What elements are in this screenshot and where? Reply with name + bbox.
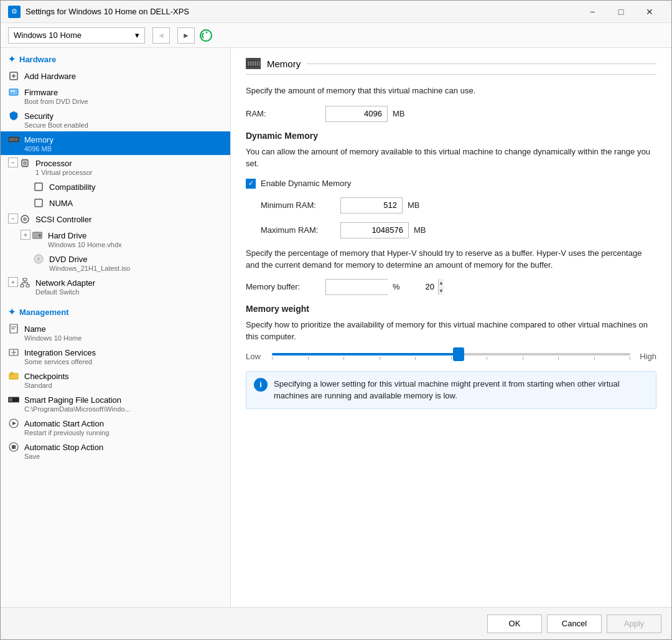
buffer-input[interactable] bbox=[326, 280, 438, 294]
close-button[interactable]: ✕ bbox=[635, 1, 664, 23]
min-ram-label: Minimum RAM: bbox=[261, 200, 335, 210]
hard-drive-expand-btn[interactable]: + bbox=[21, 230, 30, 240]
svg-rect-13 bbox=[16, 138, 17, 141]
window-controls: − □ ✕ bbox=[578, 1, 664, 23]
svg-rect-49 bbox=[11, 398, 12, 401]
cancel-button[interactable]: Cancel bbox=[547, 614, 602, 633]
slider-thumb[interactable] bbox=[453, 347, 464, 361]
svg-point-28 bbox=[39, 234, 41, 237]
buffer-description: Specify the percentage of memory that Hy… bbox=[246, 247, 656, 271]
svg-rect-57 bbox=[250, 61, 251, 66]
svg-rect-48 bbox=[9, 398, 11, 401]
weight-description: Specify how to prioritize the availabili… bbox=[246, 319, 656, 343]
management-section-header: ✦ Management bbox=[1, 303, 230, 321]
title-bar: ⚙ Settings for Windows 10 Home on DELL-X… bbox=[1, 1, 671, 23]
checkpoints-icon bbox=[8, 370, 19, 382]
auto-start-icon bbox=[8, 418, 19, 429]
weight-title: Memory weight bbox=[246, 304, 656, 314]
max-ram-field-row: Maximum RAM: MB bbox=[246, 222, 656, 238]
scsi-expand-btn[interactable]: − bbox=[8, 214, 18, 224]
sidebar-item-scsi[interactable]: − SCSI Controller bbox=[1, 211, 230, 227]
network-icon bbox=[19, 277, 30, 288]
compatibility-icon bbox=[33, 181, 44, 192]
svg-rect-33 bbox=[26, 285, 29, 287]
smart-paging-icon bbox=[8, 394, 19, 405]
sidebar-item-smart-paging[interactable]: Smart Paging File Location C:\ProgramDat… bbox=[1, 392, 230, 415]
svg-rect-10 bbox=[11, 138, 12, 141]
add-hardware-icon bbox=[8, 70, 19, 82]
main-window: ⚙ Settings for Windows 10 Home on DELL-X… bbox=[0, 0, 672, 640]
slider-low-label: Low bbox=[246, 352, 264, 361]
panel-description: Specify the amount of memory that this v… bbox=[246, 85, 656, 97]
svg-point-30 bbox=[37, 258, 40, 260]
forward-button[interactable]: ► bbox=[177, 27, 195, 44]
back-button[interactable]: ◄ bbox=[152, 27, 170, 44]
hardware-section-header: ✦ Hardware bbox=[1, 50, 230, 68]
sidebar-item-add-hardware[interactable]: Add Hardware bbox=[1, 68, 230, 84]
sidebar-item-processor[interactable]: − Processor 1 Virtual processor bbox=[1, 155, 230, 179]
refresh-button[interactable] bbox=[197, 27, 215, 44]
buffer-decrement-btn[interactable]: ▼ bbox=[439, 287, 444, 295]
sidebar-item-hard-drive[interactable]: + Hard Drive Windows 10 Home.vhdx bbox=[1, 227, 230, 251]
enable-dynamic-memory-row: ✓ Enable Dynamic Memory bbox=[246, 179, 656, 189]
window-title: Settings for Windows 10 Home on DELL-XPS bbox=[26, 7, 578, 16]
sidebar-item-security[interactable]: Security Secure Boot enabled bbox=[1, 108, 230, 131]
processor-expand-btn[interactable]: − bbox=[8, 158, 18, 167]
buffer-increment-btn[interactable]: ▲ bbox=[439, 279, 444, 287]
ok-button[interactable]: OK bbox=[487, 614, 542, 633]
svg-rect-58 bbox=[251, 61, 253, 66]
min-ram-input[interactable] bbox=[340, 197, 403, 214]
network-expand-btn[interactable]: + bbox=[8, 277, 18, 287]
vm-dropdown[interactable]: Windows 10 Home ▾ bbox=[8, 27, 145, 44]
sidebar-item-dvd[interactable]: DVD Drive Windows_21H1_Latest.iso bbox=[1, 251, 230, 275]
info-icon: i bbox=[254, 378, 268, 392]
sidebar-item-auto-stop[interactable]: Automatic Stop Action Save bbox=[1, 439, 230, 463]
buffer-field-row: Memory buffer: ▲ ▼ % bbox=[246, 279, 656, 295]
dynamic-memory-title: Dynamic Memory bbox=[246, 131, 656, 141]
svg-point-26 bbox=[23, 217, 27, 221]
sidebar-item-numa[interactable]: NUMA bbox=[1, 195, 230, 211]
sidebar-item-checkpoints[interactable]: Checkpoints Standard bbox=[1, 368, 230, 392]
dvd-icon bbox=[33, 253, 44, 265]
app-icon: ⚙ bbox=[8, 6, 21, 18]
svg-rect-59 bbox=[253, 61, 254, 66]
sidebar-item-network[interactable]: + Network Adapter Default Switch bbox=[1, 275, 230, 298]
svg-rect-31 bbox=[23, 278, 27, 281]
svg-rect-60 bbox=[255, 61, 256, 66]
name-icon bbox=[8, 323, 19, 334]
panel-title-text: Memory bbox=[267, 59, 301, 69]
panel-memory-icon bbox=[246, 58, 261, 69]
sidebar-item-memory[interactable]: Memory 4096 MB bbox=[1, 131, 230, 155]
enable-dynamic-memory-label: Enable Dynamic Memory bbox=[261, 179, 351, 188]
svg-rect-5 bbox=[11, 90, 12, 92]
sidebar-item-name[interactable]: Name Windows 10 Home bbox=[1, 321, 230, 344]
svg-rect-16 bbox=[23, 161, 27, 165]
sidebar-item-integration[interactable]: Integration Services Some services offer… bbox=[1, 344, 230, 368]
buffer-label: Memory buffer: bbox=[246, 282, 320, 291]
sidebar-item-firmware[interactable]: Firmware Boot from DVD Drive bbox=[1, 84, 230, 108]
max-ram-input[interactable] bbox=[340, 222, 409, 238]
memory-panel: Memory Specify the amount of memory that… bbox=[231, 48, 671, 607]
svg-rect-32 bbox=[21, 285, 24, 287]
svg-rect-24 bbox=[35, 199, 42, 207]
weight-slider-container: Low bbox=[246, 352, 656, 361]
svg-rect-61 bbox=[257, 61, 258, 66]
panel-title-row: Memory bbox=[246, 58, 656, 75]
buffer-unit: % bbox=[393, 282, 400, 291]
ram-unit: MB bbox=[393, 109, 405, 118]
apply-button[interactable]: Apply bbox=[607, 614, 661, 633]
sidebar-item-auto-start[interactable]: Automatic Start Action Restart if previo… bbox=[1, 415, 230, 439]
hard-drive-icon bbox=[32, 230, 43, 241]
min-ram-field-row: Minimum RAM: MB bbox=[246, 197, 656, 214]
enable-dynamic-memory-checkbox[interactable]: ✓ bbox=[246, 179, 256, 189]
numa-icon bbox=[33, 197, 44, 209]
chevron-down-icon: ▾ bbox=[135, 31, 139, 40]
max-ram-unit: MB bbox=[414, 225, 426, 235]
buffer-spinner[interactable]: ▲ ▼ bbox=[325, 279, 388, 295]
minimize-button[interactable]: − bbox=[578, 1, 607, 23]
ram-input[interactable] bbox=[325, 106, 388, 122]
sidebar-item-compatibility[interactable]: Compatibility bbox=[1, 179, 230, 195]
maximize-button[interactable]: □ bbox=[607, 1, 635, 23]
svg-marker-51 bbox=[12, 421, 16, 425]
svg-rect-6 bbox=[13, 90, 15, 92]
